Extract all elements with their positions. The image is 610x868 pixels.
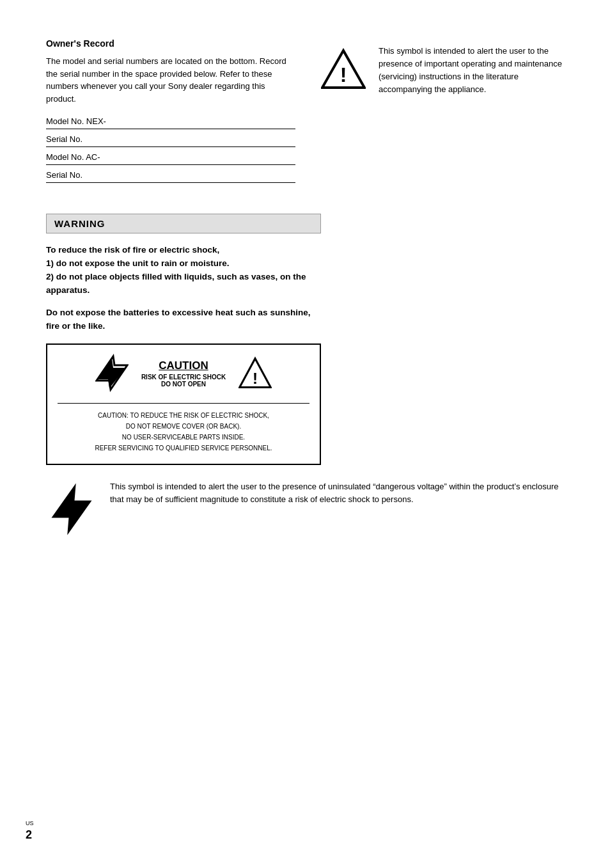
page-number: 2 (26, 828, 34, 842)
warning-fire-shock-text: To reduce the risk of fire or electric s… (46, 244, 321, 297)
field-model-nex: Model No. NEX- (46, 116, 295, 129)
svg-text:!: ! (340, 63, 347, 86)
caution-body-line-4: REFER SERVICING TO QUALIFIED SERVICE PER… (58, 443, 309, 454)
lightning-symbol-text: This symbol is intended to alert the use… (110, 480, 564, 506)
lightning-bolt-icon-large (46, 480, 97, 540)
warning-section: WARNING To reduce the risk of fire or el… (46, 194, 564, 540)
top-section: Owner's Record The model and serial numb… (46, 38, 564, 188)
right-symbol-text: This symbol is intended to alert the use… (379, 45, 564, 97)
field-serial-1: Serial No. (46, 134, 295, 147)
warning-box: WARNING (46, 214, 321, 233)
caution-heading: CAUTION (141, 359, 226, 372)
page-footer: US 2 (26, 820, 34, 842)
warning-battery-text: Do not expose the batteries to excessive… (46, 306, 321, 333)
warning-title: WARNING (54, 218, 106, 229)
caution-body-line-2: DO NOT REMOVE COVER (OR BACK). (58, 421, 309, 432)
right-column: ! This symbol is intended to alert the u… (321, 38, 564, 188)
page: Owner's Record The model and serial numb… (0, 0, 610, 868)
svg-text:!: ! (253, 370, 258, 387)
page-label: US (26, 820, 34, 828)
lightning-bolt-icon-left (95, 354, 129, 394)
owners-record-title: Owner's Record (46, 38, 295, 49)
exclamation-triangle-icon-right: ! (239, 354, 272, 394)
lightning-symbol-section: This symbol is intended to alert the use… (46, 480, 564, 540)
caution-body-line-3: NO USER-SERVICEABLE PARTS INSIDE. (58, 432, 309, 443)
field-serial-2: Serial No. (46, 170, 295, 183)
caution-body: CAUTION: TO REDUCE THE RISK OF ELECTRIC … (58, 403, 309, 454)
caution-header: CAUTION RISK OF ELECTRIC SHOCKDO NOT OPE… (58, 354, 309, 394)
caution-body-line-1: CAUTION: TO REDUCE THE RISK OF ELECTRIC … (58, 410, 309, 421)
svg-marker-6 (52, 483, 92, 535)
caution-box: CAUTION RISK OF ELECTRIC SHOCKDO NOT OPE… (46, 343, 321, 465)
owners-record-description: The model and serial numbers are located… (46, 55, 295, 105)
left-column: Owner's Record The model and serial numb… (46, 38, 295, 188)
caution-title-block: CAUTION RISK OF ELECTRIC SHOCKDO NOT OPE… (141, 359, 226, 388)
field-model-ac: Model No. AC- (46, 152, 295, 165)
caution-subtext: RISK OF ELECTRIC SHOCKDO NOT OPEN (141, 374, 226, 388)
exclamation-triangle-icon: ! (321, 47, 366, 94)
